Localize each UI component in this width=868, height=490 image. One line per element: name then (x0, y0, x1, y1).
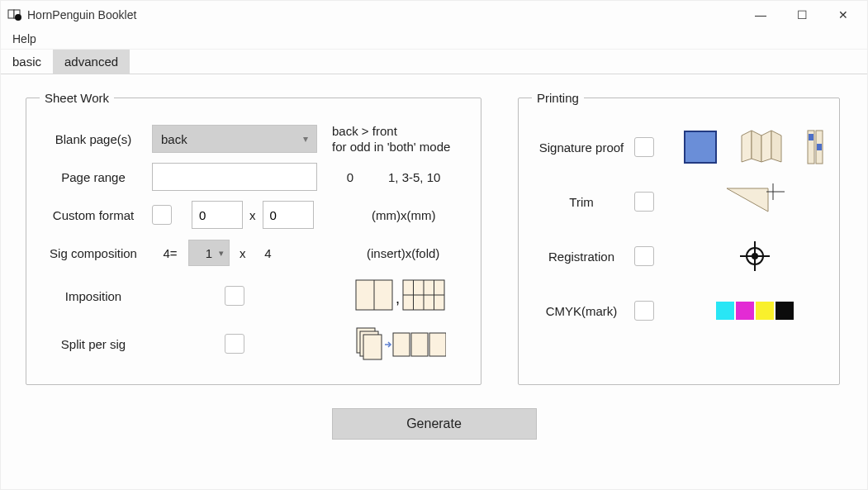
titlebar: HornPenguin Booklet — ☐ ✕ (1, 1, 867, 29)
trim-label: Trim (532, 195, 631, 209)
custom-format-hint: (mm)x(mm) (372, 208, 435, 222)
chevron-down-icon: ▾ (219, 248, 224, 259)
chevron-down-icon: ▾ (303, 133, 308, 145)
app-window: HornPenguin Booklet — ☐ ✕ Help basic adv… (0, 0, 868, 490)
sig-sep: x (230, 246, 256, 260)
blank-pages-note-l2: for odd in 'both' mode (332, 139, 450, 155)
split-label: Split per sig (40, 337, 147, 351)
registration-label: Registration (532, 250, 631, 264)
cmyk-label: CMYK(mark) (532, 304, 631, 318)
svg-rect-23 (809, 134, 813, 140)
footer: Generate (1, 408, 867, 440)
svg-marker-25 (727, 188, 768, 212)
sheetwork-legend: Sheet Work (40, 91, 114, 105)
trim-checkbox[interactable] (634, 192, 654, 212)
row-split-per-sig: Split per sig (40, 320, 467, 368)
blank-pages-value: back (161, 132, 187, 146)
blank-pages-select[interactable]: back ▾ (152, 125, 317, 153)
page-range-count: 0 (334, 170, 367, 184)
svg-rect-24 (817, 144, 822, 150)
row-cmyk: CMYK(mark) (532, 283, 826, 338)
trim-icon (722, 183, 788, 220)
sigproof-label: Signature proof (532, 140, 631, 155)
blank-pages-label: Blank page(s) (40, 132, 147, 146)
proof-box-icon (684, 131, 717, 164)
row-imposition: Imposition , (40, 272, 467, 320)
window-title: HornPenguin Booklet (27, 8, 750, 21)
page-range-input[interactable] (152, 163, 317, 191)
cmyk-swatches-icon (716, 302, 794, 320)
split-checkbox[interactable] (225, 334, 244, 354)
row-sig-composition: Sig composition 4= 1 ▾ x 4 (insert)x(fol… (40, 234, 467, 272)
sig-hint: (insert)x(fold) (367, 246, 439, 260)
sigproof-icons (684, 129, 826, 165)
split-icon (355, 325, 446, 364)
sheetwork-group: Sheet Work Blank page(s) back ▾ back > f… (26, 91, 481, 385)
sig-fold: 4 (256, 246, 281, 260)
printing-group: Printing Signature proof (518, 91, 840, 385)
sig-prefix: 4= (152, 246, 188, 260)
svg-rect-0 (8, 10, 14, 18)
swatch-yellow (756, 302, 774, 320)
row-signature-proof: Signature proof (532, 120, 826, 174)
generate-label: Generate (406, 416, 462, 431)
swatch-black (776, 302, 794, 320)
close-button[interactable]: ✕ (832, 8, 854, 21)
generate-button[interactable]: Generate (332, 408, 537, 440)
sigproof-checkbox[interactable] (634, 137, 654, 157)
sig-insert-value: 1 (206, 246, 212, 260)
custom-height-input[interactable] (263, 201, 314, 229)
svg-marker-20 (771, 131, 781, 162)
row-blank-pages: Blank page(s) back ▾ back > front for od… (40, 120, 467, 158)
svg-text:,: , (396, 290, 400, 307)
svg-marker-17 (742, 131, 752, 162)
custom-format-label: Custom format (40, 208, 147, 222)
maximize-button[interactable]: ☐ (791, 8, 813, 21)
row-page-range: Page range 0 1, 3-5, 10 (40, 158, 467, 196)
custom-sep: x (243, 208, 263, 222)
imposition-checkbox[interactable] (225, 286, 244, 306)
app-icon (7, 7, 22, 22)
tab-advanced[interactable]: advanced (53, 50, 130, 74)
menu-help[interactable]: Help (7, 29, 41, 49)
svg-rect-14 (393, 333, 410, 356)
custom-width-input[interactable] (192, 201, 243, 229)
svg-point-2 (15, 14, 21, 21)
row-registration: Registration (532, 229, 826, 283)
sig-label: Sig composition (40, 246, 147, 260)
content-area: Sheet Work Blank page(s) back ▾ back > f… (1, 74, 867, 385)
svg-rect-15 (411, 333, 428, 356)
svg-marker-19 (761, 131, 771, 162)
tab-basic[interactable]: basic (1, 50, 53, 74)
blank-pages-note: back > front for odd in 'both' mode (332, 123, 450, 155)
imposition-label: Imposition (40, 289, 147, 303)
svg-rect-16 (429, 333, 446, 356)
registration-checkbox[interactable] (634, 246, 654, 266)
page-range-label: Page range (40, 170, 147, 184)
page-range-example: 1, 3-5, 10 (388, 170, 440, 184)
tab-bar: basic advanced (1, 50, 867, 74)
menubar: Help (1, 29, 867, 50)
imposition-icon: , (355, 278, 446, 314)
swatch-magenta (736, 302, 754, 320)
svg-marker-18 (752, 131, 761, 162)
row-custom-format: Custom format x (mm)x(mm) (40, 196, 467, 234)
svg-rect-13 (363, 335, 382, 359)
custom-format-checkbox[interactable] (152, 205, 172, 225)
cmyk-checkbox[interactable] (634, 301, 654, 321)
row-trim: Trim (532, 174, 826, 229)
blank-pages-note-l1: back > front (332, 123, 450, 140)
sig-insert-select[interactable]: 1 ▾ (188, 240, 230, 266)
printing-legend: Printing (532, 91, 584, 105)
proof-fold-icon (738, 129, 785, 165)
proof-spine-icon (806, 129, 826, 165)
registration-mark-icon (740, 241, 770, 271)
swatch-cyan (716, 302, 734, 320)
window-controls: — ☐ ✕ (750, 8, 861, 21)
minimize-button[interactable]: — (750, 8, 771, 21)
